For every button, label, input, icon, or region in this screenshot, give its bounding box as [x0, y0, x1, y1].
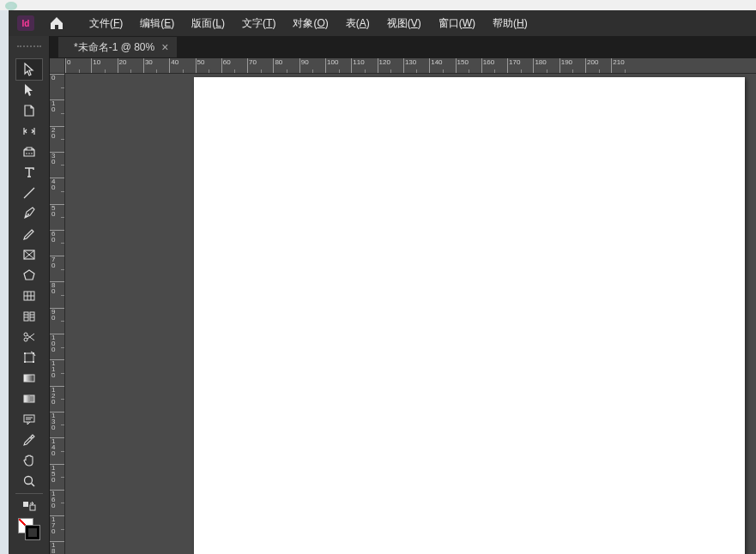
grip-icon — [17, 45, 41, 49]
ruler-tick: 1 1 0 — [50, 359, 65, 385]
menu-table[interactable]: 表(A) — [337, 11, 378, 36]
canvas-area[interactable]: 0102030405060708090100110120130140150160… — [50, 58, 756, 554]
ruler-origin[interactable] — [50, 58, 65, 74]
menu-key: T — [266, 17, 272, 29]
svg-rect-28 — [24, 375, 34, 382]
svg-point-1 — [28, 153, 30, 154]
menu-object[interactable]: 对象(O) — [284, 11, 336, 36]
menu-label: 文字 — [242, 17, 263, 29]
menu-key: F — [113, 17, 119, 29]
svg-point-0 — [26, 153, 27, 154]
menu-edit[interactable]: 编辑(E) — [131, 11, 183, 36]
horizontal-ruler[interactable]: 0102030405060708090100110120130140150160… — [65, 58, 756, 74]
gap-tool[interactable] — [16, 121, 42, 142]
ruler-tick: 1 0 0 — [50, 334, 65, 359]
hand-tool[interactable] — [16, 450, 42, 471]
tab-strip: *未命名-1 @ 80% × — [9, 36, 756, 58]
svg-point-20 — [24, 338, 27, 341]
menu-type[interactable]: 文字(T) — [233, 11, 284, 36]
ruler-tick: 0 — [50, 74, 65, 99]
svg-rect-31 — [27, 395, 28, 402]
workspace: 0102030405060708090100110120130140150160… — [9, 58, 756, 554]
svg-rect-23 — [25, 353, 33, 362]
ruler-tick: 1 2 0 — [50, 386, 65, 412]
app-logo: Id — [17, 15, 34, 31]
rectangle-frame-tool[interactable] — [16, 244, 42, 265]
ruler-tick: 200 — [585, 58, 611, 74]
document-tab[interactable]: *未命名-1 @ 80% × — [58, 37, 177, 57]
svg-marker-8 — [24, 270, 34, 280]
svg-rect-38 — [23, 502, 28, 507]
vertical-ruler[interactable]: 01 02 03 04 05 06 07 08 09 01 0 01 1 01 … — [50, 74, 65, 554]
free-transform-tool[interactable] — [16, 347, 42, 368]
menu-label: 帮助 — [493, 17, 513, 29]
svg-rect-32 — [28, 395, 30, 402]
rectangle-grid-tool[interactable] — [16, 286, 42, 306]
ruler-tick: 80 — [273, 58, 299, 74]
close-icon[interactable]: × — [161, 40, 168, 54]
gradient-feather-tool[interactable] — [16, 388, 42, 409]
svg-line-3 — [24, 188, 34, 198]
menu-key: H — [517, 17, 524, 29]
svg-rect-33 — [24, 415, 34, 422]
fill-stroke-swatch[interactable] — [18, 518, 40, 540]
menu-key: L — [215, 17, 221, 29]
ruler-tick: 30 — [143, 58, 169, 74]
document-page[interactable] — [194, 77, 745, 554]
note-tool[interactable] — [16, 409, 42, 430]
ruler-tick: 9 0 — [50, 308, 65, 334]
ruler-tick: 170 — [507, 58, 533, 74]
ruler-tick: 2 0 — [50, 126, 65, 152]
ruler-tick: 180 — [533, 58, 559, 74]
pen-tool[interactable] — [16, 203, 42, 224]
ruler-tick: 120 — [378, 58, 403, 74]
page-tool[interactable] — [16, 100, 42, 121]
polygon-tool[interactable] — [16, 265, 42, 286]
menu-key: O — [317, 17, 324, 29]
ruler-tick: 8 0 — [50, 281, 65, 307]
os-titlebar — [0, 0, 756, 10]
scissors-tool[interactable] — [16, 327, 42, 347]
selection-tool[interactable] — [16, 59, 42, 80]
menu-window[interactable]: 窗口(W) — [430, 11, 484, 36]
menu-key: E — [164, 17, 171, 29]
eyedropper-tool[interactable] — [16, 430, 42, 450]
ruler-tick: 70 — [247, 58, 273, 74]
ruler-tick: 1 5 0 — [50, 464, 65, 490]
direct-selection-tool[interactable] — [16, 80, 42, 100]
gradient-swatch-tool[interactable] — [16, 368, 42, 388]
line-tool[interactable] — [16, 183, 42, 203]
ruler-tick: 210 — [611, 58, 637, 74]
menu-label: 对象 — [293, 17, 313, 29]
type-tool[interactable] — [16, 162, 42, 183]
ruler-tick: 90 — [299, 58, 325, 74]
tool-divider — [15, 493, 43, 494]
menu-label: 版面 — [191, 17, 212, 29]
insert-rows-tool[interactable] — [16, 306, 42, 327]
svg-rect-39 — [30, 505, 35, 510]
ruler-tick: 0 — [65, 58, 91, 74]
home-icon[interactable] — [48, 15, 65, 32]
ruler-tick: 3 0 — [50, 152, 65, 178]
ruler-tick: 190 — [559, 58, 585, 74]
svg-point-2 — [31, 153, 33, 154]
menu-file[interactable]: 文件(F) — [81, 11, 131, 36]
pasteboard[interactable] — [65, 74, 756, 554]
tools-panel-header[interactable] — [9, 36, 50, 58]
menu-key: V — [411, 17, 418, 29]
pencil-tool[interactable] — [16, 224, 42, 244]
ruler-tick: 100 — [325, 58, 351, 74]
menu-view[interactable]: 视图(V) — [378, 11, 430, 36]
ruler-tick: 1 3 0 — [50, 412, 65, 437]
content-collector-tool[interactable] — [16, 142, 42, 162]
tools-panel — [9, 58, 50, 554]
zoom-tool[interactable] — [16, 471, 42, 491]
ruler-tick: 140 — [429, 58, 455, 74]
ruler-tick: 150 — [456, 58, 481, 74]
stroke-swatch[interactable] — [25, 525, 40, 540]
menu-key: W — [463, 17, 472, 29]
menu-layout[interactable]: 版面(L) — [183, 11, 233, 36]
ruler-tick: 1 7 0 — [50, 515, 65, 541]
swap-fill-stroke-icon[interactable] — [16, 496, 42, 516]
menu-help[interactable]: 帮助(H) — [484, 11, 536, 36]
